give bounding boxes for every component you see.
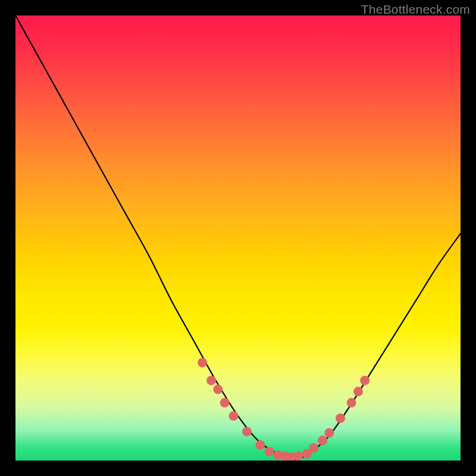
gradient-background (15, 15, 461, 461)
chart-frame: TheBottleneck.com (0, 0, 476, 476)
watermark-text: TheBottleneck.com (361, 2, 470, 17)
plot-area (15, 15, 461, 461)
